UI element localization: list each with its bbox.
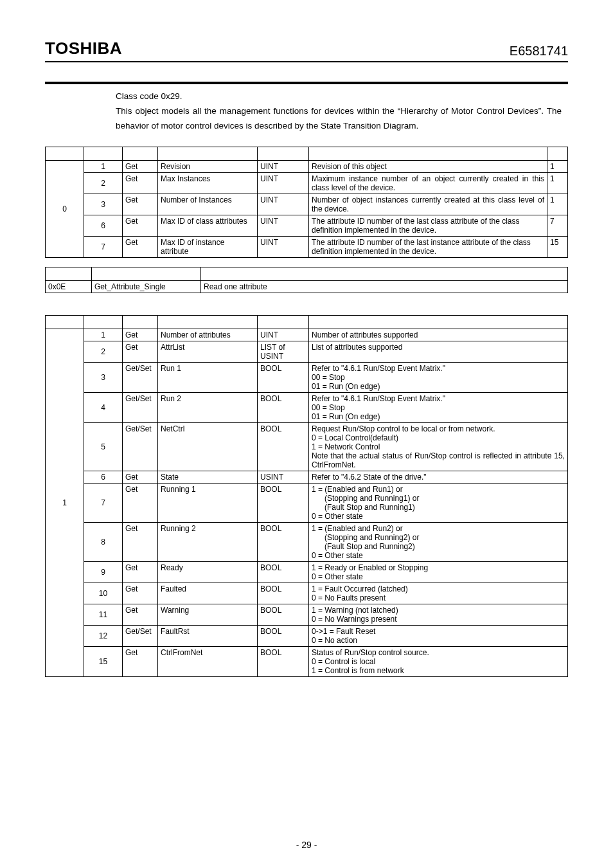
access-cell: Get [123, 160, 158, 172]
table-row: 10 Get Faulted BOOL 1 = Fault Occurred (… [46, 583, 568, 604]
instance-cell: 0 [46, 160, 84, 257]
access-cell: Get [123, 471, 158, 483]
semantics-cell: 0->1 = Fault Reset 0 = No action [309, 625, 568, 646]
attr-id: 8 [84, 522, 123, 561]
value-cell: 15 [547, 236, 568, 257]
attr-id: 15 [84, 646, 123, 676]
name-cell: Number of Instances [158, 194, 258, 215]
service-desc: Read one attribute [201, 280, 568, 293]
type-cell: BOOL [258, 625, 309, 646]
access-cell: Get [123, 646, 158, 676]
type-cell: UINT [258, 172, 309, 194]
name-cell: Max Instances [158, 172, 258, 194]
access-cell: Get [123, 215, 158, 236]
type-cell: UINT [258, 160, 309, 172]
table-row: 2 Get Max Instances UINT Maximum instanc… [46, 172, 568, 194]
access-cell: Get [123, 561, 158, 583]
table-row: 0 1 Get Revision UINT Revision of this o… [46, 160, 568, 172]
instance-attributes-table: 1 1 Get Number of attributes UINT Number… [45, 315, 568, 677]
type-cell: UINT [258, 329, 309, 341]
name-cell: Running 1 [158, 483, 258, 522]
divider-rule [45, 82, 568, 84]
table-header-row [46, 267, 568, 280]
name-cell: State [158, 471, 258, 483]
attr-id: 7 [84, 236, 123, 257]
type-cell: BOOL [258, 422, 309, 471]
table-row: 11 Get Warning BOOL 1 = Warning (not lat… [46, 604, 568, 625]
page-header: TOSHIBA E6581741 [45, 39, 568, 62]
name-cell: Ready [158, 561, 258, 583]
page-number: - 29 - [0, 840, 613, 850]
name-cell: CtrlFromNet [158, 646, 258, 676]
type-cell: BOOL [258, 483, 309, 522]
attr-id: 7 [84, 483, 123, 522]
access-cell: Get [123, 483, 158, 522]
table-row: 5 Get/Set NetCtrl BOOL Request Run/Stop … [46, 422, 568, 471]
attr-id: 4 [84, 392, 123, 422]
type-cell: BOOL [258, 583, 309, 604]
access-cell: Get [123, 329, 158, 341]
type-cell: BOOL [258, 362, 309, 392]
name-cell: Warning [158, 604, 258, 625]
value-cell: 1 [547, 194, 568, 215]
type-cell: BOOL [258, 646, 309, 676]
semantics-cell: 1 = Fault Occurred (latched) 0 = No Faul… [309, 583, 568, 604]
table-row: 6 Get Max ID of class attributes UINT Th… [46, 215, 568, 236]
semantics-cell: Maximum instance number of an object cur… [309, 172, 547, 194]
access-cell: Get/Set [123, 392, 158, 422]
semantics-cell: Revision of this object [309, 160, 547, 172]
table-row: 7 Get Running 1 BOOL 1 = (Enabled and Ru… [46, 483, 568, 522]
name-cell: Max ID of class attributes [158, 215, 258, 236]
name-cell: Run 1 [158, 362, 258, 392]
type-cell: BOOL [258, 392, 309, 422]
table-row: 3 Get Number of Instances UINT Number of… [46, 194, 568, 215]
table-row: 4 Get/Set Run 2 BOOL Refer to "4.6.1 Run… [46, 392, 568, 422]
table-row: 1 1 Get Number of attributes UINT Number… [46, 329, 568, 341]
access-cell: Get/Set [123, 422, 158, 471]
name-cell: Revision [158, 160, 258, 172]
access-cell: Get [123, 522, 158, 561]
instance-cell: 1 [46, 329, 84, 676]
access-cell: Get [123, 172, 158, 194]
semantics-cell: The attribute ID number of the last clas… [309, 215, 547, 236]
attr-id: 5 [84, 422, 123, 471]
intro-line1: Class code 0x29. [116, 89, 562, 104]
access-cell: Get [123, 341, 158, 362]
name-cell: Number of attributes [158, 329, 258, 341]
service-code: 0x0E [46, 280, 92, 293]
table-row: 8 Get Running 2 BOOL 1 = (Enabled and Ru… [46, 522, 568, 561]
type-cell: BOOL [258, 561, 309, 583]
attr-id: 9 [84, 561, 123, 583]
type-cell: LIST of USINT [258, 341, 309, 362]
table-row: 6 Get State USINT Refer to "4.6.2 State … [46, 471, 568, 483]
semantics-cell: The attribute ID number of the last inst… [309, 236, 547, 257]
semantics-cell: Refer to "4.6.1 Run/Stop Event Matrix." … [309, 362, 568, 392]
access-cell: Get/Set [123, 625, 158, 646]
access-cell: Get/Set [123, 362, 158, 392]
table-header-row [46, 147, 568, 160]
document-code: E6581741 [510, 44, 568, 59]
value-cell: 1 [547, 160, 568, 172]
name-cell: Run 2 [158, 392, 258, 422]
semantics-cell: Refer to "4.6.2 State of the drive." [309, 471, 568, 483]
table-row: 12 Get/Set FaultRst BOOL 0->1 = Fault Re… [46, 625, 568, 646]
attr-id: 3 [84, 194, 123, 215]
attr-id: 11 [84, 604, 123, 625]
type-cell: BOOL [258, 604, 309, 625]
table-row: 15 Get CtrlFromNet BOOL Status of Run/St… [46, 646, 568, 676]
name-cell: NetCtrl [158, 422, 258, 471]
toshiba-logo: TOSHIBA [45, 39, 122, 59]
table-row: 7 Get Max ID of instance attribute UINT … [46, 236, 568, 257]
attr-id: 2 [84, 341, 123, 362]
intro-text: Class code 0x29. This object models all … [116, 89, 562, 134]
name-cell: Faulted [158, 583, 258, 604]
type-cell: UINT [258, 215, 309, 236]
value-cell: 1 [547, 172, 568, 194]
semantics-cell: 1 = (Enabled and Run2) or (Stopping and … [309, 522, 568, 561]
table-row: 0x0E Get_Attribute_Single Read one attri… [46, 280, 568, 293]
type-cell: UINT [258, 194, 309, 215]
services-table: 0x0E Get_Attribute_Single Read one attri… [45, 267, 568, 293]
semantics-cell: Status of Run/Stop control source. 0 = C… [309, 646, 568, 676]
intro-line2: This object models all the management fu… [116, 104, 562, 134]
name-cell: AttrList [158, 341, 258, 362]
